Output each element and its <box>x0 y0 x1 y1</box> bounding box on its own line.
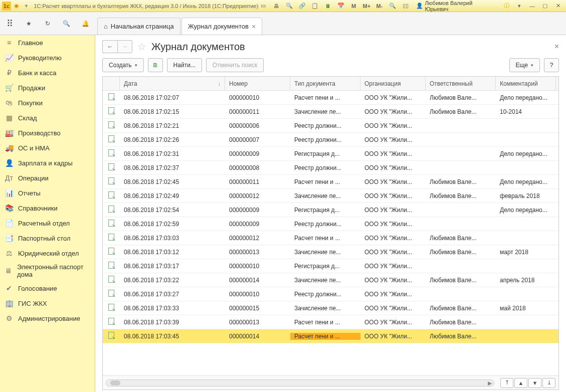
forward-button[interactable]: → <box>117 40 132 53</box>
cell: Расчет пени и ... <box>290 235 360 242</box>
history-icon[interactable]: ↻ <box>42 18 54 30</box>
table-row[interactable]: 08.06.2018 17:02:45000000011Расчет пени … <box>103 175 558 189</box>
sidebar-item-9[interactable]: ДтОперации <box>0 170 95 185</box>
sidebar-item-17[interactable]: 🏢ГИС ЖКХ <box>0 296 95 311</box>
table-row[interactable]: 08.06.2018 17:02:54000000009Регистрация … <box>103 203 558 217</box>
sidebar-label: Отчеты <box>18 189 41 197</box>
table-row[interactable]: 08.06.2018 17:02:21000000006Реестр должн… <box>103 119 558 133</box>
search-toolbar-icon[interactable]: 🔍 <box>61 18 73 30</box>
cell: 000000012 <box>225 192 290 200</box>
print-icon[interactable]: 🖶 <box>271 2 281 11</box>
cancel-search-button[interactable]: Отменить поиск <box>206 58 264 72</box>
table-row[interactable]: 08.06.2018 17:02:31000000009Регистрация … <box>103 147 558 161</box>
calendar-icon[interactable]: 📅 <box>336 2 346 11</box>
col-resp[interactable]: Ответственный <box>426 77 496 90</box>
sidebar-item-6[interactable]: 🏭Производство <box>0 125 95 140</box>
cell: Дело передано... <box>496 207 556 214</box>
sidebar-icon: ≡ <box>5 39 13 47</box>
sidebar-item-18[interactable]: ⚙Администрирование <box>0 311 95 326</box>
sidebar-item-3[interactable]: 🛒Продажи <box>0 80 95 95</box>
cell: 000000009 <box>225 207 290 214</box>
refresh-button[interactable]: 🗎 <box>148 58 163 72</box>
link-icon[interactable]: 🔗 <box>297 2 307 11</box>
dropdown-circle-icon[interactable]: ◉ <box>12 2 21 11</box>
sidebar-item-15[interactable]: 🖥Электронный паспорт дома <box>0 261 95 281</box>
table-row[interactable]: 08.06.2018 17:03:27000000010Реестр должн… <box>103 287 558 301</box>
print-preview-icon[interactable]: ▭ <box>258 2 268 11</box>
m-button[interactable]: M <box>349 2 359 11</box>
help-button[interactable]: ? <box>544 58 559 72</box>
document-icon <box>108 262 114 269</box>
back-button[interactable]: ← <box>102 40 117 53</box>
m-plus-button[interactable]: M+ <box>361 2 371 11</box>
find-button[interactable]: Найти... <box>167 58 202 72</box>
table-row[interactable]: 08.06.2018 17:03:45000000014Расчет пени … <box>103 329 558 343</box>
current-user[interactable]: 👤Любимов Валерий Юрьевич <box>416 0 496 12</box>
maximize-icon[interactable]: ▢ <box>540 2 550 11</box>
close-page-icon[interactable]: × <box>554 42 559 51</box>
table-row[interactable]: 08.06.2018 17:03:22000000014Зачисление п… <box>103 273 558 287</box>
table-row[interactable]: 08.06.2018 17:03:12000000013Зачисление п… <box>103 245 558 259</box>
sidebar-item-11[interactable]: 📚Справочники <box>0 201 95 216</box>
create-button[interactable]: Создать▾ <box>102 58 144 72</box>
cell: Любимов Вале... <box>426 319 496 326</box>
favorite-star-icon[interactable]: ☆ <box>137 41 146 53</box>
apps-grid-icon[interactable]: ⠿ <box>4 18 16 30</box>
bell-icon[interactable]: 🔔 <box>79 18 91 30</box>
sidebar-item-14[interactable]: ⚖Юридический отдел <box>0 246 95 261</box>
scroll-up-icon[interactable]: ▲ <box>514 378 527 388</box>
table-row[interactable]: 08.06.2018 17:02:07000000010Расчет пени … <box>103 91 558 105</box>
table-row[interactable]: 08.06.2018 17:02:37000000008Реестр должн… <box>103 161 558 175</box>
table-row[interactable]: 08.06.2018 17:02:49000000012Зачисление п… <box>103 189 558 203</box>
sidebar-item-7[interactable]: 🚚ОС и НМА <box>0 140 95 155</box>
table-row[interactable]: 08.06.2018 17:02:59000000009Реестр должн… <box>103 217 558 231</box>
sidebar-item-13[interactable]: 📑Паспортный стол <box>0 231 95 246</box>
cell <box>103 93 120 102</box>
scroll-bottom-icon[interactable]: ⤓ <box>542 378 555 388</box>
col-comment[interactable]: Комментарий <box>496 77 556 90</box>
sidebar-item-2[interactable]: ₽Банк и касса <box>0 65 95 80</box>
sidebar-item-12[interactable]: 📄Расчетный отдел <box>0 216 95 231</box>
sidebar-item-16[interactable]: ✔Голосование <box>0 281 95 296</box>
caret-down-icon-2[interactable]: ▼ <box>514 2 524 11</box>
minimize-icon[interactable]: — <box>527 2 537 11</box>
sidebar-item-5[interactable]: ▦Склад <box>0 110 95 125</box>
table-row[interactable]: 08.06.2018 17:03:33000000015Зачисление п… <box>103 301 558 315</box>
sidebar-item-10[interactable]: 📊Отчеты <box>0 185 95 201</box>
sidebar-item-8[interactable]: 👤Зарплата и кадры <box>0 155 95 170</box>
col-type[interactable]: Тип документа <box>290 77 360 90</box>
tab-close-icon[interactable]: × <box>252 23 256 31</box>
close-window-icon[interactable]: ✕ <box>553 2 563 11</box>
sidebar-item-0[interactable]: ≡Главное <box>0 35 95 50</box>
grid-footer: ▶ ⤒ ▲ ▼ ⤓ <box>103 375 558 389</box>
table-row[interactable]: 08.06.2018 17:02:15000000011Зачисление п… <box>103 105 558 119</box>
cell <box>103 318 120 326</box>
col-date[interactable]: Дата↓ <box>120 77 225 90</box>
caret-down-icon[interactable]: ▼ <box>22 2 31 11</box>
search-icon[interactable]: 🔍 <box>284 2 294 11</box>
sidebar-item-4[interactable]: 🛍Покупки <box>0 95 95 110</box>
scroll-down-icon[interactable]: ▼ <box>528 378 541 388</box>
table-row[interactable]: 08.06.2018 17:02:26000000007Реестр должн… <box>103 133 558 147</box>
info-icon[interactable]: ⓘ <box>501 2 511 11</box>
horizontal-scrollbar[interactable]: ▶ <box>106 379 494 386</box>
clipboard-icon[interactable]: 📋 <box>310 2 320 11</box>
col-number[interactable]: Номер <box>225 77 290 90</box>
table-row[interactable]: 08.06.2018 17:03:03000000012Расчет пени … <box>103 231 558 245</box>
table-row[interactable]: 08.06.2018 17:03:17000000010Регистрация … <box>103 259 558 273</box>
m-minus-button[interactable]: M- <box>374 2 385 11</box>
star-icon[interactable]: ★ <box>23 18 35 30</box>
nav-group: ← → <box>102 40 132 53</box>
panel-icon[interactable]: ▯▯ <box>401 2 411 11</box>
cell: Зачисление пе... <box>290 249 360 256</box>
sidebar-item-1[interactable]: 📈Руководителю <box>0 50 95 65</box>
tab-0[interactable]: ⌂Начальная страница <box>97 18 180 35</box>
scroll-top-icon[interactable]: ⤒ <box>500 378 513 388</box>
calculator-icon[interactable]: 🖩 <box>323 2 333 11</box>
more-button[interactable]: Еще▾ <box>509 58 540 72</box>
col-org[interactable]: Организация <box>360 77 426 90</box>
zoom-icon[interactable]: 🔍 <box>388 2 398 11</box>
tab-1[interactable]: Журнал документов× <box>181 18 263 35</box>
document-icon <box>108 290 114 297</box>
table-row[interactable]: 08.06.2018 17:03:39000000013Расчет пени … <box>103 315 558 329</box>
